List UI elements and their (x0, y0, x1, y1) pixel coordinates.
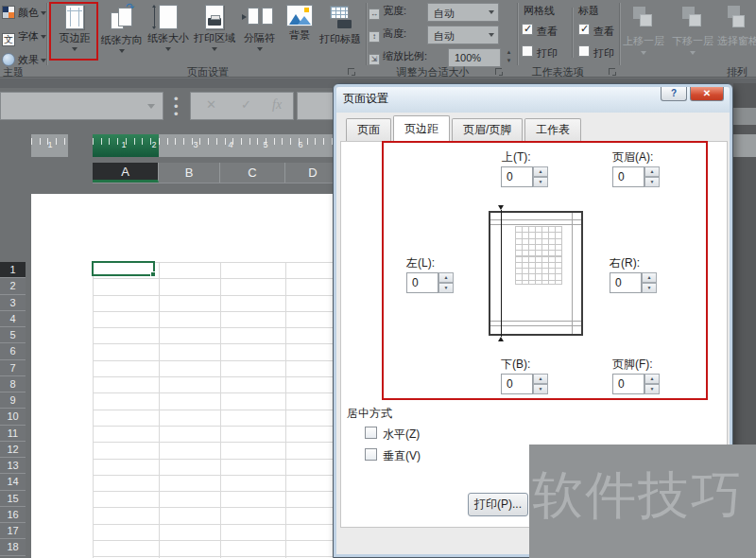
spin-up-icon: ▲ (644, 166, 660, 177)
preview-header-line (490, 224, 581, 225)
tab-header-footer[interactable]: 页眉/页脚 (452, 118, 523, 142)
preview-footer-line (490, 325, 581, 326)
insert-function-icon[interactable]: fx (272, 97, 282, 113)
send-backward-button[interactable]: 下移一层 (669, 2, 716, 68)
row-header[interactable]: 10 (0, 409, 26, 425)
height-select[interactable]: 自动 (427, 26, 499, 44)
scale-dialog-launcher-icon[interactable] (495, 68, 502, 75)
row-header[interactable]: 2 (0, 278, 26, 294)
watermark-block: 软件技巧 (529, 445, 756, 558)
row-header[interactable]: 7 (0, 360, 26, 376)
worksheet-page[interactable] (31, 194, 335, 558)
tab-sheet[interactable]: 工作表 (524, 118, 581, 142)
row-header[interactable]: 12 (0, 442, 26, 458)
row-header[interactable]: 11 (0, 426, 26, 442)
scale-label: 缩放比例: (383, 50, 427, 61)
gridline (93, 263, 94, 558)
scale-icon: ⇲ (369, 54, 380, 65)
row-header[interactable]: 14 (0, 474, 26, 490)
scale-input[interactable]: 100% (448, 48, 501, 67)
background-button[interactable]: 背景 (282, 2, 318, 68)
enter-icon[interactable]: ✓ (241, 97, 251, 112)
excel-window: 颜色 文字体 效果 主题 页边距 ↷ 纸张方向 纸张大小 打印区域 (0, 0, 756, 558)
spinner-buttons[interactable]: ▲▼ (438, 272, 454, 293)
gridlines-print-label: 打印 (537, 46, 558, 61)
gridlines-view-checkbox[interactable] (522, 24, 533, 35)
headings-print-checkbox[interactable] (578, 45, 590, 57)
bring-forward-button[interactable]: 上移一层 (619, 2, 668, 68)
selected-cell-a1[interactable] (92, 261, 155, 276)
headings-view-checkbox[interactable] (578, 24, 590, 35)
height-row: ↕高度: (369, 26, 406, 45)
preview-header-line (490, 219, 581, 220)
footer-margin-input[interactable]: 0 ▲▼ (612, 374, 660, 394)
width-select[interactable]: 自动 (427, 3, 499, 22)
row-header[interactable]: 13 (0, 458, 26, 474)
chevron-down-icon (147, 104, 155, 109)
column-header-b[interactable]: B (159, 163, 220, 183)
page-setup-dialog-launcher-icon[interactable] (348, 68, 354, 75)
row-header[interactable]: 18 (0, 539, 26, 555)
spinner-buttons[interactable]: ▲▼ (533, 374, 548, 394)
tab-margins[interactable]: 页边距 (393, 115, 450, 143)
bring-forward-icon (631, 5, 656, 31)
ruler-number: 1 (118, 140, 129, 149)
help-button[interactable]: ? (661, 87, 687, 101)
top-margin-label: 上(T): (502, 149, 531, 166)
spinner-buttons[interactable]: ▲▼ (642, 272, 657, 293)
sheet-options-dialog-launcher-icon[interactable] (609, 68, 615, 75)
print-titles-icon (329, 5, 352, 30)
ribbon: 颜色 文字体 效果 主题 页边距 ↷ 纸张方向 纸张大小 打印区域 (0, 0, 756, 78)
paper-size-button[interactable]: 纸张大小 (146, 2, 191, 68)
row-header[interactable]: 4 (0, 311, 26, 327)
arrange-group-label: 排列 (718, 65, 756, 77)
margin-preview (489, 211, 583, 336)
print-area-button[interactable]: 打印区域 (192, 2, 237, 68)
row-header[interactable]: 16 (0, 507, 26, 523)
gridlines-print-checkbox[interactable] (522, 45, 533, 57)
margins-button[interactable]: 页边距 (52, 2, 97, 68)
center-horizontal-checkbox[interactable] (365, 427, 377, 439)
print-button[interactable]: 打印(P)... (468, 493, 528, 516)
center-vertical-checkbox[interactable] (365, 448, 377, 461)
orientation-button[interactable]: ↷ 纸张方向 (98, 2, 145, 68)
close-button[interactable]: ✕ (690, 87, 724, 101)
tab-page[interactable]: 页面 (346, 118, 391, 142)
selection-pane-button[interactable]: 选择窗格 (716, 2, 756, 68)
row-header[interactable]: 9 (0, 392, 26, 409)
left-margin-input[interactable]: 0 ▲▼ (406, 272, 454, 293)
column-header-a[interactable]: A (93, 163, 159, 183)
cancel-icon[interactable]: ✕ (206, 97, 216, 112)
row-header[interactable]: 8 (0, 376, 26, 392)
chevron-down-icon (41, 11, 46, 15)
top-margin-input[interactable]: 0 ▲▼ (501, 166, 548, 187)
ruler-number: 6 (295, 140, 306, 149)
breaks-button[interactable]: 分隔符 (238, 2, 281, 68)
right-margin-input[interactable]: 0 ▲▼ (610, 272, 657, 293)
scale-spinner[interactable]: ▲▼ (504, 48, 514, 67)
gridline (159, 263, 160, 558)
effects-icon (2, 53, 15, 66)
spinner-buttons[interactable]: ▲▼ (644, 166, 660, 187)
name-box[interactable] (0, 92, 163, 120)
row-header[interactable]: 1 (0, 262, 26, 278)
spinner-buttons[interactable]: ▲▼ (533, 166, 548, 187)
print-titles-button[interactable]: 打印标题 (318, 2, 362, 68)
mini-divider (573, 8, 574, 58)
width-row: ↔宽度: (369, 4, 406, 23)
spinner-buttons[interactable]: ▲▼ (644, 374, 660, 394)
row-header[interactable]: 5 (0, 327, 26, 343)
row-header[interactable]: 6 (0, 343, 26, 359)
fonts-button[interactable]: 文字体 (2, 29, 46, 45)
row-header[interactable]: 3 (0, 295, 26, 311)
cell-grid[interactable] (93, 262, 335, 558)
row-header[interactable]: 15 (0, 491, 26, 507)
ruler-number: 3 (190, 140, 201, 149)
preview-grid (515, 226, 562, 285)
bottom-margin-input[interactable]: 0 ▲▼ (501, 374, 548, 394)
column-header-c[interactable]: C (220, 163, 285, 183)
row-header[interactable]: 17 (0, 523, 26, 539)
fonts-label: 字体 (18, 30, 39, 42)
header-margin-input[interactable]: 0 ▲▼ (612, 166, 660, 187)
colors-button[interactable]: 颜色 (2, 6, 46, 22)
